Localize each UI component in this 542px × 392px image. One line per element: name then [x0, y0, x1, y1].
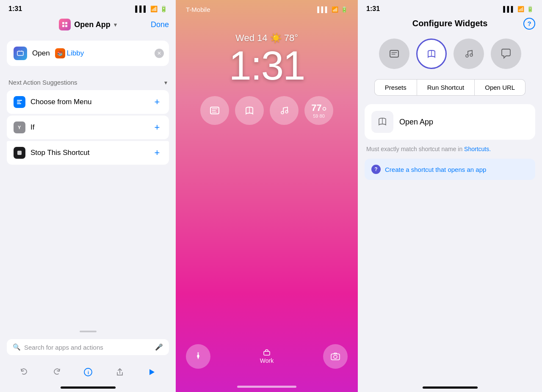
- status-icons-1: ▌▌▌ 📶 🔋: [135, 6, 167, 12]
- lock-widget-temp[interactable]: 77 59 80: [304, 96, 333, 125]
- create-shortcut-help-text: Create a shortcut that opens an app: [385, 166, 486, 173]
- widget-icon-messages[interactable]: [491, 39, 521, 69]
- shortcut-match-description: Must exactly match shortcut name in: [366, 146, 464, 152]
- widgets-statusbar: 1:31 ▌▌▌ 📶 🔋: [358, 0, 542, 15]
- svg-rect-18: [264, 351, 270, 355]
- next-actions-chevron-icon[interactable]: ▾: [164, 79, 167, 86]
- if-label: If: [30, 123, 147, 132]
- lock-signal-icon: ▌▌▌: [317, 6, 329, 13]
- add-if-button[interactable]: +: [152, 122, 162, 133]
- lock-status-right: ▌▌▌ 📶 🔋: [317, 6, 348, 13]
- widget-icon-books-selected[interactable]: [416, 39, 447, 69]
- lock-widgets-row: 77 59 80: [200, 96, 333, 125]
- libby-app-icon: 📚: [55, 48, 65, 58]
- search-bar: 🔍 Search for apps and actions 🎤: [0, 336, 176, 360]
- widgets-description: Must exactly match shortcut name in Shor…: [365, 145, 535, 154]
- suggestion-item-choose[interactable]: Choose from Menu +: [7, 90, 169, 114]
- search-placeholder[interactable]: Search for apps and actions: [24, 344, 152, 351]
- lock-camera-button[interactable]: [323, 344, 348, 369]
- lock-time: 1:31: [229, 45, 305, 86]
- statusbar-shortcuts: 1:31 ▌▌▌ 📶 🔋: [0, 0, 176, 15]
- svg-rect-5: [17, 100, 22, 101]
- info-button[interactable]: i: [80, 364, 96, 380]
- svg-text:Y: Y: [18, 125, 21, 130]
- temp-main-value: 77: [311, 102, 321, 113]
- choose-menu-icon: [14, 96, 25, 108]
- widgets-title: Configure Widgets: [412, 19, 488, 28]
- close-button[interactable]: ✕: [155, 49, 164, 58]
- temp-range-value: 59 80: [313, 113, 325, 119]
- lock-widget-music[interactable]: [270, 96, 299, 125]
- open-action-card[interactable]: Open 📚 Libby ✕: [7, 41, 169, 66]
- play-button[interactable]: [144, 364, 159, 380]
- microphone-icon[interactable]: 🎤: [155, 343, 163, 351]
- stop-icon: [14, 147, 25, 159]
- widgets-status-right: ▌▌▌ 📶 🔋: [503, 6, 534, 12]
- configure-widgets-panel: 1:31 ▌▌▌ 📶 🔋 Configure Widgets ? Presets…: [358, 0, 542, 392]
- svg-point-23: [470, 54, 473, 56]
- svg-rect-1: [65, 22, 67, 24]
- home-indicator-3: [423, 386, 478, 389]
- lockscreen-panel: T-Mobile ▌▌▌ 📶 🔋 Wed 14 ☀️ 78° 1:31 77 5…: [176, 0, 358, 392]
- shortcuts-title-row: Open App ▾: [59, 19, 116, 30]
- redo-button[interactable]: [49, 364, 64, 380]
- shortcuts-content: Open 📚 Libby ✕ Next Action Suggestions ▾…: [0, 36, 176, 331]
- lock-widget-books[interactable]: [235, 96, 264, 125]
- suggestion-item-if[interactable]: Y If +: [7, 116, 169, 139]
- svg-rect-3: [65, 25, 67, 27]
- open-app-card-icon: [371, 111, 393, 133]
- svg-rect-7: [17, 103, 21, 104]
- open-app-widget-card: Open App: [365, 104, 535, 140]
- svg-point-15: [285, 110, 288, 113]
- lock-date: Wed 14 ☀️ 78°: [235, 33, 298, 44]
- svg-rect-21: [390, 50, 398, 57]
- wifi-icon-1: 📶: [150, 6, 158, 12]
- svg-rect-2: [62, 25, 64, 27]
- tab-presets[interactable]: Presets: [374, 79, 417, 96]
- svg-rect-9: [17, 151, 22, 155]
- tab-run-shortcut[interactable]: Run Shortcut: [417, 79, 475, 96]
- search-icon: 🔍: [13, 343, 21, 351]
- tab-open-url[interactable]: Open URL: [475, 79, 525, 96]
- undo-button[interactable]: [17, 364, 32, 380]
- add-choose-menu-button[interactable]: +: [152, 97, 162, 107]
- widgets-battery-icon: 🔋: [527, 6, 534, 12]
- battery-icon-1: 🔋: [160, 6, 167, 12]
- suggestion-item-stop[interactable]: Stop This Shortcut +: [7, 141, 169, 165]
- libby-badge[interactable]: 📚 Libby: [55, 48, 84, 58]
- lock-home-indicator: [237, 386, 296, 388]
- create-shortcut-help-item[interactable]: ? Create a shortcut that opens an app: [365, 159, 535, 180]
- widgets-header: Configure Widgets ?: [358, 15, 542, 35]
- open-action-icon: [14, 47, 27, 60]
- widgets-help-button[interactable]: ?: [523, 18, 535, 30]
- shortcuts-panel: 1:31 ▌▌▌ 📶 🔋 Open App ▾ Done Op: [0, 0, 176, 392]
- svg-point-16: [323, 108, 326, 110]
- widgets-wifi-icon: 📶: [517, 6, 524, 12]
- widgets-status-time: 1:31: [366, 5, 380, 13]
- open-verb: Open: [32, 49, 50, 58]
- lock-carrier: T-Mobile: [186, 6, 210, 13]
- next-actions-header: Next Action Suggestions ▾: [7, 76, 169, 90]
- widgets-signal-icon: ▌▌▌: [503, 6, 515, 12]
- shortcuts-toolbar: i: [0, 360, 176, 386]
- title-chevron-icon[interactable]: ▾: [114, 22, 117, 28]
- shortcuts-link[interactable]: Shortcuts.: [464, 146, 491, 152]
- status-time-1: 1:31: [8, 5, 22, 13]
- done-button[interactable]: Done: [151, 20, 169, 29]
- widget-icon-reminders[interactable]: [379, 39, 409, 69]
- svg-point-20: [334, 355, 337, 359]
- search-input-wrap[interactable]: 🔍 Search for apps and actions 🎤: [7, 339, 169, 355]
- lock-bottom-row: Work: [176, 344, 358, 386]
- svg-point-17: [197, 352, 199, 354]
- share-button[interactable]: [112, 364, 127, 380]
- svg-rect-4: [17, 51, 23, 55]
- svg-rect-6: [17, 102, 20, 102]
- lock-flashlight-button[interactable]: [186, 344, 210, 369]
- add-stop-button[interactable]: +: [152, 148, 162, 158]
- choose-menu-label: Choose from Menu: [30, 98, 147, 106]
- lock-work-label-group: Work: [260, 349, 274, 364]
- widget-icon-music[interactable]: [454, 39, 484, 69]
- shortcuts-header: Open App ▾ Done: [0, 15, 176, 36]
- shortcuts-app-icon: [59, 19, 71, 30]
- lock-widget-reminders[interactable]: [200, 96, 229, 125]
